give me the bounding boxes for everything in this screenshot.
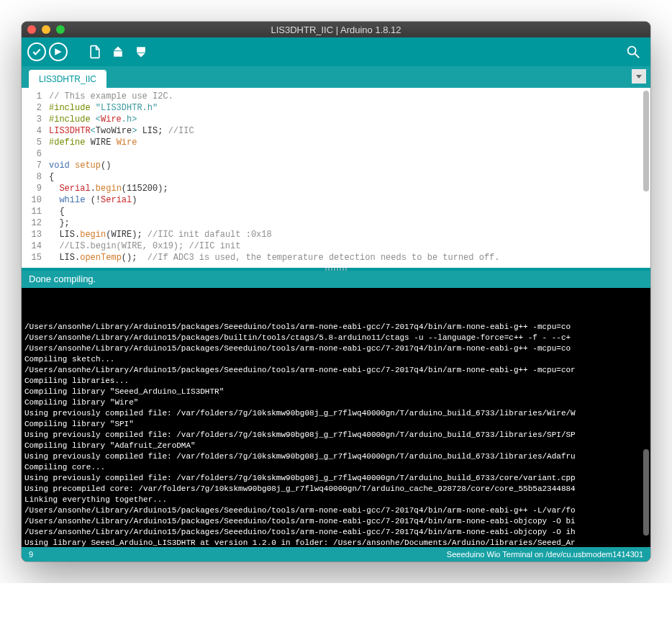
window-controls — [27, 25, 65, 34]
console-line: Using library Seeed_Arduino_LIS3DHTR at … — [24, 538, 648, 547]
window-title: LIS3DHTR_IIC | Arduino 1.8.12 — [22, 24, 650, 35]
code-line[interactable]: { — [49, 206, 650, 217]
editor-console-splitter[interactable] — [22, 268, 650, 271]
line-number-gutter: 123456789101112131415 — [22, 88, 46, 263]
console-line: Using previously compiled file: /var/fol… — [24, 430, 648, 441]
code-line[interactable]: #include "LIS3DHTR.h" — [49, 102, 650, 114]
serial-monitor-button[interactable] — [623, 42, 643, 62]
line-number: 15 — [22, 252, 42, 263]
sketch-tab[interactable]: LIS3DHTR_IIC — [29, 70, 106, 88]
svg-marker-4 — [137, 53, 145, 58]
line-number: 8 — [22, 171, 42, 183]
save-sketch-button[interactable] — [131, 42, 151, 62]
code-editor[interactable]: 123456789101112131415 // This example us… — [22, 88, 650, 268]
verify-button[interactable] — [27, 42, 46, 61]
line-number: 4 — [22, 125, 42, 137]
console-scroll-thumb[interactable] — [643, 449, 649, 536]
line-number: 3 — [22, 114, 42, 125]
console-line: Using previously compiled file: /var/fol… — [24, 473, 648, 484]
console-line: /Users/ansonhe/Library/Arduino15/package… — [24, 516, 648, 527]
line-number: 14 — [22, 240, 42, 252]
console-line: Compiling libraries... — [24, 376, 648, 387]
svg-marker-7 — [636, 75, 642, 78]
console-line: Compiling sketch... — [24, 354, 648, 365]
upload-button[interactable] — [49, 42, 68, 61]
line-number: 9 — [22, 183, 42, 194]
code-line[interactable]: while (!Serial) — [49, 194, 650, 206]
board-port-info: Seeeduino Wio Terminal on /dev/cu.usbmod… — [447, 550, 643, 559]
code-line[interactable]: { — [49, 171, 650, 183]
line-number: 6 — [22, 148, 42, 160]
tab-bar: LIS3DHTR_IIC — [22, 66, 650, 88]
code-area[interactable]: // This example use I2C.#include "LIS3DH… — [46, 88, 650, 263]
line-number: 11 — [22, 206, 42, 217]
svg-rect-3 — [137, 47, 145, 53]
line-number: 1 — [22, 91, 42, 102]
tab-menu-button[interactable] — [632, 69, 646, 84]
close-window-button[interactable] — [27, 25, 36, 34]
code-line[interactable]: Serial.begin(115200); — [49, 183, 650, 194]
svg-point-5 — [628, 47, 636, 55]
svg-rect-1 — [114, 51, 122, 57]
console-line: Using precompiled core: /var/folders/7g/… — [24, 484, 648, 495]
minimize-window-button[interactable] — [42, 25, 50, 34]
code-line[interactable]: #define WIRE Wire — [49, 137, 650, 148]
console-line: Compiling library "Adafruit_ZeroDMA" — [24, 441, 648, 451]
console-line: /Users/ansonhe/Library/Arduino15/package… — [24, 365, 648, 376]
toolbar — [22, 37, 650, 66]
cursor-line-number: 9 — [29, 550, 33, 559]
line-number: 5 — [22, 137, 42, 148]
console-line: Compiling library "Wire" — [24, 397, 648, 408]
code-line[interactable]: //LIS.begin(WIRE, 0x19); //IIC init — [49, 240, 650, 252]
console-line: /Users/ansonhe/Library/Arduino15/package… — [24, 322, 648, 333]
new-sketch-button[interactable] — [85, 42, 105, 62]
zoom-window-button[interactable] — [56, 25, 65, 34]
arduino-ide-window: LIS3DHTR_IIC | Arduino 1.8.12 LIS3DHTR_I… — [22, 22, 650, 561]
console-line: Using previously compiled file: /var/fol… — [24, 408, 648, 419]
svg-marker-0 — [55, 48, 61, 55]
console-line: /Users/ansonhe/Library/Arduino15/package… — [24, 333, 648, 343]
console-output[interactable]: /Users/ansonhe/Library/Arduino15/package… — [22, 288, 650, 547]
editor-scroll-thumb[interactable] — [643, 91, 649, 191]
line-number: 13 — [22, 229, 42, 240]
open-sketch-button[interactable] — [108, 42, 128, 62]
code-line[interactable]: // This example use I2C. — [49, 91, 650, 102]
bottom-status-bar: 9 Seeeduino Wio Terminal on /dev/cu.usbm… — [22, 547, 650, 561]
code-line[interactable]: }; — [49, 217, 650, 229]
console-line: Using previously compiled file: /var/fol… — [24, 451, 648, 462]
code-line[interactable] — [49, 148, 650, 160]
line-number: 2 — [22, 102, 42, 114]
code-line[interactable]: LIS.openTemp(); //If ADC3 is used, the t… — [49, 252, 650, 263]
line-number: 10 — [22, 194, 42, 206]
editor-scrollbar[interactable] — [643, 91, 649, 256]
console-line: Linking everything together... — [24, 495, 648, 505]
code-line[interactable]: void setup() — [49, 160, 650, 171]
console-line: Compiling library "SPI" — [24, 419, 648, 430]
console-line: /Users/ansonhe/Library/Arduino15/package… — [24, 343, 648, 354]
svg-line-6 — [635, 54, 640, 58]
console-line: Compiling core... — [24, 462, 648, 473]
code-line[interactable]: LIS.begin(WIRE); //IIC init dafault :0x1… — [49, 229, 650, 240]
titlebar[interactable]: LIS3DHTR_IIC | Arduino 1.8.12 — [22, 22, 650, 37]
code-line[interactable]: LIS3DHTR<TwoWire> LIS; //IIC — [49, 125, 650, 137]
console-line: /Users/ansonhe/Library/Arduino15/package… — [24, 527, 648, 538]
svg-marker-2 — [114, 47, 122, 51]
console-line: Compiling library "Seeed_Arduino_LIS3DHT… — [24, 387, 648, 397]
status-message: Done compiling. — [22, 271, 650, 288]
console-scrollbar[interactable] — [643, 291, 649, 543]
code-line[interactable]: #include <Wire.h> — [49, 114, 650, 125]
line-number: 7 — [22, 160, 42, 171]
line-number: 12 — [22, 217, 42, 229]
console-line: /Users/ansonhe/Library/Arduino15/package… — [24, 505, 648, 516]
